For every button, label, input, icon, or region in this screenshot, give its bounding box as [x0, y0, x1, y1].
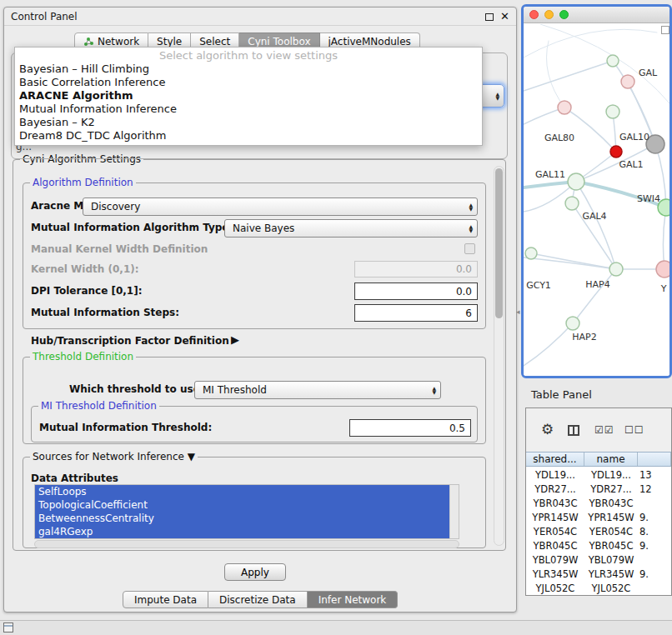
table-row[interactable]: YDL19... YDL19... 13 [526, 468, 671, 482]
data-attributes-list[interactable]: SelfLoops TopologicalCoefficient Between… [34, 484, 459, 539]
mi-type-label: Mutual Information Algorithm Type: [31, 222, 233, 233]
table-row[interactable]: YDR27... YDR27... 12 [526, 482, 671, 496]
table-row[interactable]: YJL052C YJL052C [526, 581, 671, 595]
select-all-icon[interactable]: ☑☑ [594, 424, 614, 436]
table-row[interactable]: YBR045C YBR045C 9. [526, 538, 671, 552]
column-header-shared[interactable]: shared... [526, 452, 584, 466]
hub-section-label[interactable]: Hub/Transcription Factor Definition [31, 335, 229, 347]
combo-arrows-icon [469, 202, 473, 211]
attributes-horizontal-scrollbar[interactable] [34, 540, 459, 548]
bottom-dock-strip [0, 620, 672, 635]
manual-kernel-checkbox[interactable] [464, 243, 475, 254]
control-panel-titlebar: Control Panel ✕ [4, 8, 516, 26]
tab-infer-network[interactable]: Infer Network [308, 591, 399, 608]
network-node[interactable] [566, 317, 579, 330]
dropdown-item[interactable]: Dream8 DC_TDC Algorithm [15, 129, 482, 142]
birds-eye-toggle-icon[interactable] [661, 26, 669, 34]
table-row[interactable]: YPR145W YPR145W 9. [526, 510, 671, 524]
sources-expander-icon[interactable]: ▼ [188, 451, 195, 462]
dropdown-item[interactable]: Bayesian – K2 [15, 116, 482, 129]
column-header-partial[interactable] [638, 452, 671, 466]
columns-icon[interactable] [568, 425, 579, 436]
mi-threshold-field[interactable]: 0.5 [349, 419, 471, 437]
dropdown-item-selected[interactable]: ARACNE Algorithm [15, 89, 482, 102]
zoom-traffic-light-icon[interactable] [559, 10, 569, 19]
combo-arrows-icon [432, 386, 436, 394]
node-label: GCY1 [526, 280, 551, 291]
attribute-item-selected[interactable]: TopologicalCoefficient [35, 498, 449, 512]
network-node[interactable] [656, 261, 669, 278]
network-graph: GAL GAL80 GAL10 GAL11 GAL1 SWI4 GAL4 GCY… [524, 24, 669, 377]
node-label: GAL10 [619, 132, 649, 142]
node-label: GAL4 [582, 211, 606, 222]
network-node[interactable] [525, 248, 537, 259]
dpi-tolerance-field[interactable]: 0.0 [354, 282, 478, 300]
node-label: GAL [639, 68, 658, 78]
sources-legend[interactable]: Sources for Network Inference [33, 451, 184, 462]
manual-kernel-label: Manual Kernel Width Definition [31, 243, 208, 255]
mi-steps-label: Mutual Information Steps: [31, 307, 179, 318]
table-panel-window: ⚙ ☑☑ ☐☐ shared... name YDL19... YDL19...… [525, 408, 672, 596]
algorithm-dropdown-popup: Select algorithm to view settings Bayesi… [14, 47, 483, 146]
aracne-mode-select[interactable]: Discovery [83, 198, 478, 216]
restore-panel-icon[interactable] [3, 622, 13, 632]
minimize-traffic-light-icon[interactable] [544, 10, 554, 19]
table-body: YDL19... YDL19... 13 YDR27... YDR27... 1… [526, 468, 671, 595]
network-window-titlebar [524, 7, 669, 23]
apply-button[interactable]: Apply [224, 563, 286, 581]
network-node[interactable] [610, 146, 622, 158]
tab-network-label: Network [98, 36, 139, 48]
network-node[interactable] [565, 197, 579, 210]
mi-type-select[interactable]: Naive Bayes [224, 219, 478, 238]
node-label: GAL80 [544, 132, 574, 143]
node-label: Y [660, 283, 667, 294]
close-traffic-light-icon[interactable] [529, 10, 539, 19]
attributes-vertical-scrollbar[interactable] [449, 485, 459, 538]
network-node[interactable] [621, 75, 634, 88]
dpi-tolerance-label: DPI Tolerance [0,1]: [31, 285, 143, 297]
table-row[interactable]: YER054C YER054C 8. [526, 524, 671, 538]
dropdown-item[interactable]: Bayesian – Hill Climbing [15, 62, 482, 76]
hub-expander-icon[interactable]: ▶ [231, 333, 239, 346]
dropdown-placeholder: Select algorithm to view settings [15, 49, 482, 62]
network-node[interactable] [558, 101, 571, 114]
table-header-row: shared... name [526, 452, 671, 467]
settings-scrollbar-thumb[interactable] [495, 168, 503, 318]
panel-resize-arrow-icon[interactable]: ◂ [516, 308, 520, 316]
deselect-all-icon[interactable]: ☐☐ [624, 424, 644, 436]
network-view-window: GAL GAL80 GAL10 GAL11 GAL1 SWI4 GAL4 GCY… [521, 4, 672, 378]
combo-arrows-icon [495, 92, 499, 100]
float-window-icon[interactable] [485, 13, 494, 21]
column-header-name[interactable]: name [584, 452, 638, 466]
node-label: HAP2 [572, 332, 596, 342]
table-row[interactable]: YBR043C YBR043C [526, 496, 671, 510]
network-canvas[interactable]: GAL GAL80 GAL10 GAL11 GAL1 SWI4 GAL4 GCY… [524, 24, 669, 376]
mi-steps-field[interactable]: 6 [354, 304, 478, 322]
network-node[interactable] [568, 173, 584, 190]
table-toolbar: ⚙ ☑☑ ☐☐ [526, 408, 671, 452]
gear-icon[interactable]: ⚙ [541, 422, 554, 437]
network-node[interactable] [607, 55, 619, 67]
tab-impute-data[interactable]: Impute Data [123, 591, 208, 608]
dropdown-item[interactable]: Basic Correlation Inference [15, 76, 482, 89]
network-tab-icon [83, 37, 93, 47]
which-threshold-label: Which threshold to use: [69, 383, 204, 395]
table-panel-title: Table Panel [531, 388, 592, 401]
which-threshold-select[interactable]: MI Threshold [194, 381, 441, 399]
network-node[interactable] [606, 105, 619, 118]
node-label: GAL1 [619, 159, 643, 170]
network-node[interactable] [609, 262, 623, 276]
attribute-item-selected[interactable]: SelfLoops [35, 485, 449, 498]
node-label: HAP4 [585, 279, 609, 290]
attribute-item-selected[interactable]: BetweennessCentrality [35, 512, 449, 525]
dropdown-item[interactable]: Mutual Information Inference [15, 102, 482, 116]
table-row[interactable]: YBL079W YBL079W [526, 552, 671, 567]
node-label: SWI4 [637, 193, 660, 204]
attribute-item-selected[interactable]: gal4RGexp [35, 525, 449, 538]
bottom-tab-bar: Impute Data Discretize Data Infer Networ… [123, 591, 398, 608]
table-row[interactable]: YLR345W YLR345W 9. [526, 567, 671, 581]
kernel-width-field: 0.0 [354, 261, 478, 278]
tab-discretize-data[interactable]: Discretize Data [208, 591, 308, 608]
close-icon[interactable]: ✕ [500, 10, 509, 22]
settings-scrollbar-track[interactable] [494, 166, 504, 546]
